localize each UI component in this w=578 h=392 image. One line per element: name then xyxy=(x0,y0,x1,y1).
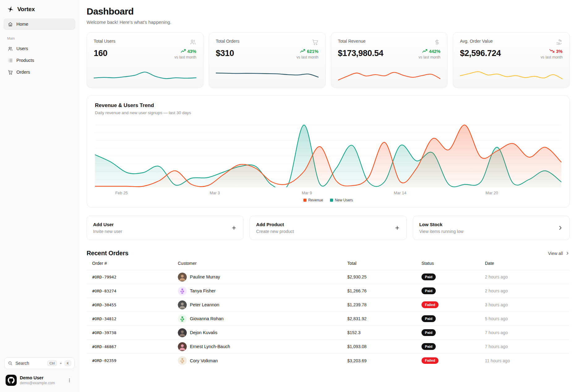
chart-subtitle: Daily revenue and new user signups — las… xyxy=(95,110,561,115)
page-title: Dashboard xyxy=(87,6,570,17)
status-badge: Paid xyxy=(422,343,436,350)
sidebar: Vortex Home Main Users Products Orders S… xyxy=(0,0,79,392)
col-total: Total xyxy=(347,261,422,266)
order-number: #ORD-83274 xyxy=(92,289,178,293)
avatar xyxy=(178,356,187,365)
legend-swatch xyxy=(303,199,306,202)
svg-text:Mar 14: Mar 14 xyxy=(394,191,406,195)
sparkline-chart xyxy=(338,69,441,83)
quick-actions-row: Add User Invite new user Add Product Cre… xyxy=(87,216,570,240)
quick-action-low-stock[interactable]: Low Stock View items running low xyxy=(413,216,570,240)
order-total: $1,093.08 xyxy=(347,344,422,349)
kebab-menu-icon[interactable] xyxy=(66,377,73,384)
table-row[interactable]: #ORD-34812 Giovanna Rohan $2,831.92 Paid… xyxy=(87,312,570,326)
cart-icon xyxy=(312,39,319,45)
chevron-right-icon xyxy=(565,251,570,256)
col-order: Order # xyxy=(92,261,178,266)
user-menu[interactable]: Demo User demo@example.com xyxy=(4,373,75,387)
table-row[interactable]: #ORD-30455 Peter Leannon $1,239.78 Faile… xyxy=(87,298,570,312)
sidebar-item-users[interactable]: Users xyxy=(4,43,75,54)
customer-name: Tanya Fisher xyxy=(190,288,216,293)
view-all-link[interactable]: View all xyxy=(548,251,570,256)
status-badge: Paid xyxy=(422,274,436,280)
trending-up-icon xyxy=(181,49,186,54)
vortex-logo-icon xyxy=(7,6,14,13)
trend-value: 3% xyxy=(541,49,563,54)
nav-section-label: Main xyxy=(4,30,75,43)
kbd-ctrl: Ctrl xyxy=(47,360,57,366)
users-icon xyxy=(7,46,13,51)
stat-label: Total Orders xyxy=(216,39,239,44)
cart-icon xyxy=(7,69,13,75)
order-number: #ORD-02359 xyxy=(92,358,178,363)
order-number: #ORD-30455 xyxy=(92,303,178,307)
stat-cards-row: Total Users 160 43% vs last month Total … xyxy=(87,32,570,88)
action-subtitle: Invite new user xyxy=(93,229,122,234)
quick-action-add-product[interactable]: Add Product Create new product xyxy=(250,216,406,240)
col-status: Status xyxy=(422,261,485,266)
trend-value: 43% xyxy=(174,49,196,54)
customer-name: Dejon Kuvalis xyxy=(190,330,217,335)
action-title: Add User xyxy=(93,222,122,227)
action-subtitle: View items running low xyxy=(419,229,464,234)
action-title: Add Product xyxy=(256,222,294,227)
avatar xyxy=(178,273,187,282)
status-badge: Paid xyxy=(422,315,436,322)
col-date: Date xyxy=(485,261,570,266)
brand-row: Vortex xyxy=(4,5,75,19)
sidebar-item-label: Products xyxy=(16,58,34,63)
avatar xyxy=(178,328,187,337)
main-content: Dashboard Welcome back! Here's what's ha… xyxy=(79,0,578,392)
trend-caption: vs last month xyxy=(541,55,563,59)
quick-action-add-user[interactable]: Add User Invite new user xyxy=(87,216,243,240)
trend-value: 621% xyxy=(297,49,319,54)
search-input[interactable]: Search Ctrl + K xyxy=(4,357,75,369)
brand-name: Vortex xyxy=(17,6,35,13)
recent-orders-title: Recent Orders xyxy=(87,250,128,257)
main-nav: Users Products Orders xyxy=(4,43,75,78)
sparkline-chart xyxy=(460,69,563,83)
home-icon xyxy=(7,21,13,27)
trending-up-icon xyxy=(300,49,305,54)
table-row[interactable]: #ORD-46867 Ernest Lynch-Bauch $1,093.08 … xyxy=(87,340,570,354)
sidebar-bottom: Search Ctrl + K Demo User demo@example.c… xyxy=(4,357,75,387)
status-badge: Failed xyxy=(422,357,439,364)
order-date: 2 hours ago xyxy=(485,288,570,293)
order-number: #ORD-34812 xyxy=(92,317,178,321)
sidebar-item-orders[interactable]: Orders xyxy=(4,67,75,78)
stat-card: Total Users 160 43% vs last month xyxy=(87,32,203,88)
stat-value: $2,596.724 xyxy=(460,49,501,58)
plus-icon xyxy=(394,225,400,231)
status-badge: Failed xyxy=(422,301,439,308)
legend-item: Revenue xyxy=(303,198,323,202)
stat-label: Avg. Order Value xyxy=(460,39,493,44)
order-date: 3 hours ago xyxy=(485,302,570,307)
sparkline-chart xyxy=(94,69,196,83)
order-date: 7 hours ago xyxy=(485,330,570,335)
status-badge: Paid xyxy=(422,287,436,294)
sidebar-item-products[interactable]: Products xyxy=(4,55,75,66)
user-email: demo@example.com xyxy=(20,381,55,385)
order-number: #ORD-39738 xyxy=(92,330,178,335)
user-name: Demo User xyxy=(20,375,55,380)
trend-value: 442% xyxy=(419,49,441,54)
orders-table-body: #ORD-79942 Pauline Murray $2,930.25 Paid… xyxy=(87,270,570,368)
customer-name: Ernest Lynch-Bauch xyxy=(190,344,230,349)
sidebar-item-home[interactable]: Home xyxy=(4,19,75,30)
order-total: $1,239.78 xyxy=(347,302,422,307)
search-icon xyxy=(8,361,13,366)
legend-swatch xyxy=(330,199,333,202)
table-row[interactable]: #ORD-02359 Cory Volkman $3,203.69 Failed… xyxy=(87,354,570,368)
trending-down-icon xyxy=(549,49,554,54)
stat-label: Total Users xyxy=(94,39,115,44)
stat-value: $310 xyxy=(216,49,234,58)
table-row[interactable]: #ORD-39738 Dejon Kuvalis $152.3 Paid 7 h… xyxy=(87,326,570,340)
order-number: #ORD-46867 xyxy=(92,344,178,349)
order-date: 11 hours ago xyxy=(485,358,570,363)
sidebar-item-label: Orders xyxy=(16,70,30,75)
table-row[interactable]: #ORD-79942 Pauline Murray $2,930.25 Paid… xyxy=(87,270,570,284)
sidebar-item-label: Home xyxy=(16,22,28,27)
table-row[interactable]: #ORD-83274 Tanya Fisher $1,266.76 Paid 2… xyxy=(87,284,570,298)
trend-caption: vs last month xyxy=(174,55,196,59)
list-icon xyxy=(7,58,13,63)
